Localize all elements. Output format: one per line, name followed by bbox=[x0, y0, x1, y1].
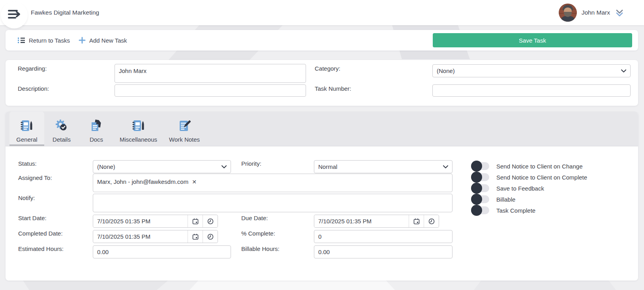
toggle-label: Send Notice to Client on Change bbox=[496, 163, 582, 170]
due-date-calendar-button[interactable] bbox=[409, 215, 424, 227]
task-number-label: Task Number: bbox=[315, 86, 351, 92]
due-time-clock-button[interactable] bbox=[424, 215, 439, 227]
completed-date-input[interactable] bbox=[93, 230, 188, 243]
return-to-tasks-label: Return to Tasks bbox=[29, 37, 70, 44]
toggle-row: Send Notice to Client on Complete bbox=[472, 172, 587, 183]
send-notice-on-change-toggle[interactable] bbox=[472, 162, 489, 170]
percent-complete-label: % Complete: bbox=[241, 230, 275, 237]
add-new-task-label: Add New Task bbox=[89, 37, 127, 44]
return-to-tasks-button[interactable]: Return to Tasks bbox=[17, 36, 70, 44]
tab-miscellaneous[interactable]: Miscellaneous bbox=[114, 112, 163, 146]
toggle-label: Send Notice to Client on Complete bbox=[496, 174, 587, 181]
due-date-input[interactable] bbox=[314, 215, 409, 227]
percent-complete-input[interactable] bbox=[314, 230, 452, 243]
tab-strip: General Details bbox=[6, 112, 638, 146]
user-menu[interactable]: John Marx bbox=[559, 0, 624, 25]
save-to-feedback-toggle[interactable] bbox=[472, 184, 489, 192]
completed-date-calendar-button[interactable] bbox=[188, 230, 203, 243]
send-notice-on-complete-toggle[interactable] bbox=[472, 173, 489, 181]
start-date-label: Start Date: bbox=[18, 215, 47, 221]
regarding-label: Regarding: bbox=[18, 65, 47, 72]
notebook-pencil-icon bbox=[20, 119, 34, 134]
add-new-task-button[interactable]: Add New Task bbox=[79, 37, 127, 44]
tab-miscellaneous-label: Miscellaneous bbox=[120, 136, 157, 143]
billable-hours-label: Billable Hours: bbox=[241, 246, 280, 252]
task-number-input[interactable] bbox=[432, 84, 631, 97]
toggle-row: Save to Feedback bbox=[472, 183, 544, 194]
clock-icon bbox=[207, 218, 214, 225]
assigned-to-label: Assigned To: bbox=[18, 175, 52, 181]
toggle-knob bbox=[471, 172, 482, 183]
toggle-row: Task Complete bbox=[472, 205, 535, 216]
due-date-field bbox=[314, 215, 439, 228]
toggle-label: Task Complete bbox=[496, 207, 535, 214]
category-select[interactable]: (None) bbox=[432, 64, 631, 77]
estimated-hours-label: Estimated Hours: bbox=[18, 246, 64, 252]
task-complete-toggle[interactable] bbox=[472, 206, 489, 214]
chevron-down-icon bbox=[621, 69, 626, 73]
bulleted-list-icon bbox=[17, 36, 25, 44]
toggle-row: Billable bbox=[472, 194, 515, 205]
tab-details-label: Details bbox=[53, 136, 71, 143]
avatar bbox=[559, 4, 577, 22]
assigned-to-input[interactable]: Marx, John - john@fawkesdm.com ✕ bbox=[93, 174, 452, 192]
gear-check-icon bbox=[55, 119, 68, 134]
completed-time-clock-button[interactable] bbox=[203, 230, 218, 243]
start-date-input[interactable] bbox=[93, 215, 188, 227]
notebook-pencil-icon bbox=[132, 119, 145, 134]
tab-general-label: General bbox=[16, 136, 37, 143]
priority-label: Priority: bbox=[241, 161, 261, 167]
status-select[interactable]: (None) bbox=[93, 160, 231, 173]
save-task-button[interactable]: Save Task bbox=[433, 33, 632, 47]
app-title: Fawkes Digital Marketing bbox=[31, 0, 99, 25]
start-time-clock-button[interactable] bbox=[203, 215, 218, 227]
toggle-knob bbox=[471, 194, 482, 205]
notify-label: Notify: bbox=[18, 195, 35, 201]
task-header-form: Regarding: John Marx Description: Catego… bbox=[6, 60, 638, 106]
status-label: Status: bbox=[18, 161, 37, 167]
calendar-icon bbox=[192, 218, 199, 225]
tab-work-notes-label: Work Notes bbox=[169, 136, 200, 143]
tab-general[interactable]: General bbox=[9, 112, 44, 146]
billable-toggle[interactable] bbox=[472, 195, 489, 203]
regarding-input[interactable]: John Marx bbox=[115, 64, 306, 83]
priority-value: Normal bbox=[318, 163, 337, 170]
stacked-documents-icon bbox=[90, 119, 103, 134]
notify-input[interactable] bbox=[93, 194, 452, 212]
status-value: (None) bbox=[97, 163, 115, 170]
billable-hours-input[interactable] bbox=[314, 245, 452, 258]
toggle-knob bbox=[471, 183, 482, 194]
completed-date-field bbox=[93, 230, 218, 243]
double-chevron-down-icon bbox=[615, 8, 624, 17]
toggle-knob bbox=[471, 205, 482, 216]
tab-details[interactable]: Details bbox=[44, 112, 79, 146]
description-label: Description: bbox=[18, 86, 49, 92]
plus-icon bbox=[79, 37, 86, 44]
tab-docs-label: Docs bbox=[90, 136, 103, 143]
task-toolbar: Return to Tasks Add New Task Save Task bbox=[6, 30, 638, 51]
menu-button[interactable] bbox=[1, 2, 28, 28]
toggle-row: Send Notice to Client on Change bbox=[472, 161, 582, 172]
category-label: Category: bbox=[315, 65, 340, 72]
assignee-chip-text: Marx, John - john@fawkesdm.com bbox=[97, 178, 188, 185]
toggle-knob bbox=[471, 161, 482, 172]
tab-docs[interactable]: Docs bbox=[79, 112, 114, 146]
description-input[interactable] bbox=[115, 84, 306, 97]
estimated-hours-input[interactable] bbox=[93, 245, 231, 258]
start-date-field bbox=[93, 215, 218, 228]
due-date-label: Due Date: bbox=[241, 215, 268, 221]
calendar-icon bbox=[192, 233, 199, 240]
priority-select[interactable]: Normal bbox=[314, 160, 452, 173]
user-name: John Marx bbox=[582, 9, 610, 16]
task-detail-card: General Details bbox=[6, 112, 638, 281]
chevron-down-icon bbox=[222, 165, 227, 168]
calendar-icon bbox=[413, 218, 420, 225]
category-value: (None) bbox=[437, 67, 455, 74]
start-date-calendar-button[interactable] bbox=[188, 215, 203, 227]
assignee-chip: Marx, John - john@fawkesdm.com ✕ bbox=[97, 178, 197, 185]
remove-assignee-icon[interactable]: ✕ bbox=[192, 179, 197, 185]
clock-icon bbox=[428, 218, 435, 225]
chevron-down-icon bbox=[443, 165, 448, 168]
clock-icon bbox=[207, 233, 214, 240]
tab-work-notes[interactable]: Work Notes bbox=[163, 112, 206, 146]
